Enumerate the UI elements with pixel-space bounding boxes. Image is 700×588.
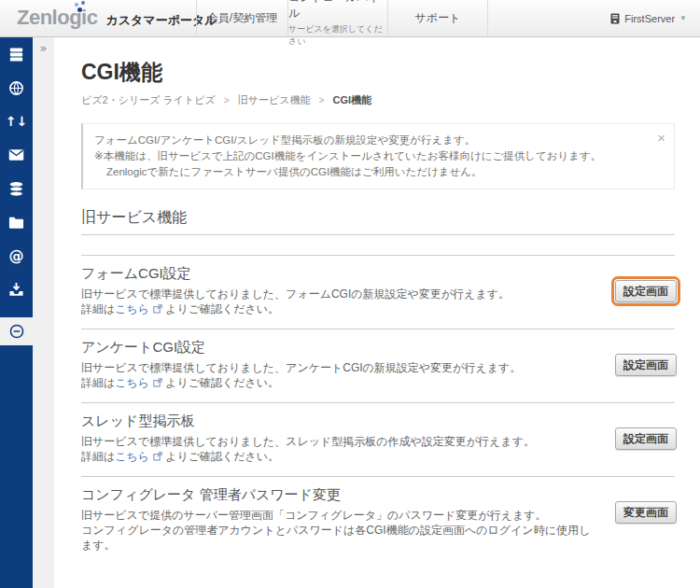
page-title: CGI機能 bbox=[81, 59, 675, 85]
feature-detail-line: 詳細はこちら よりご確認ください。 bbox=[81, 375, 600, 390]
detail-suffix: よりご確認ください。 bbox=[165, 376, 279, 389]
brand-text: Zenlogic bbox=[17, 7, 97, 29]
mail-icon bbox=[8, 148, 24, 161]
breadcrumb-separator: > bbox=[224, 95, 230, 105]
feature-title: アンケートCGI設定 bbox=[81, 338, 600, 356]
detail-prefix: 詳細は bbox=[81, 376, 115, 389]
top-header: Zenlogic カスタマーポータル 会員/契約管理 コントロールパネル サービ… bbox=[0, 0, 700, 37]
breadcrumb-item-current: CGI機能 bbox=[332, 94, 371, 105]
database-icon bbox=[8, 181, 24, 197]
nav-tab-control-panel[interactable]: コントロールパネル サービスを選択してください bbox=[287, 0, 387, 36]
feature-description: 旧サービスで標準提供しておりました、スレッド型掲示板の作成や設定変更が行えます。 bbox=[81, 434, 600, 449]
globe-icon bbox=[8, 80, 24, 96]
sidebar-item[interactable] bbox=[0, 273, 33, 306]
feature-detail-line: 詳細はこちら よりご確認ください。 bbox=[81, 301, 600, 316]
feature-detail-line: 詳細はこちら よりご確認ください。 bbox=[81, 449, 600, 464]
close-icon[interactable]: × bbox=[657, 131, 665, 145]
detail-suffix: よりご確認ください。 bbox=[165, 450, 279, 463]
notice-line: Zenlogicで新たにファーストサーバ提供のCGI機能はご利用いただけません。 bbox=[94, 164, 646, 180]
minus-circle-icon bbox=[8, 323, 25, 340]
sidebar-item[interactable] bbox=[0, 71, 33, 105]
server-tower-icon bbox=[610, 13, 620, 24]
sidebar-item[interactable] bbox=[0, 138, 33, 172]
feature-description2: コンフィグレータの管理者アカウントとパスワードは各CGI機能の設定画面へのログイ… bbox=[81, 523, 600, 553]
nav-tab-member-management[interactable]: 会員/契約管理 bbox=[196, 0, 287, 36]
detail-link[interactable]: こちら bbox=[115, 376, 149, 389]
feature-title: フォームCGI設定 bbox=[81, 264, 600, 282]
section-divider bbox=[81, 234, 675, 235]
sidebar-item[interactable] bbox=[0, 205, 33, 239]
feature-row: アンケートCGI設定 旧サービスで標準提供しておりました、アンケートCGIの新規… bbox=[81, 329, 675, 402]
collapsed-menu-strip: » bbox=[33, 37, 54, 588]
sidebar-item[interactable] bbox=[0, 37, 33, 71]
feature-action-button[interactable]: 設定画面 bbox=[615, 280, 677, 302]
feature-description: 旧サービスで標準提供しておりました、フォームCGIの新規設定や変更が行えます。 bbox=[81, 287, 600, 301]
transfer-arrows-icon: ↑↓ bbox=[6, 113, 27, 130]
section-title: 旧サービス機能 bbox=[81, 208, 675, 227]
header-nav: 会員/契約管理 コントロールパネル サービスを選択してください サポート bbox=[196, 0, 488, 36]
notice-line: ※本機能は、旧サービスで上記のCGI機能をインストールされていたお客様向けにご提… bbox=[94, 148, 646, 164]
at-icon: @ bbox=[9, 247, 24, 265]
breadcrumb-item-service: ビズ2・シリーズ ライトビズ bbox=[81, 94, 216, 105]
external-link-icon bbox=[153, 452, 162, 461]
info-notice: フォームCGI/アンケートCGI/スレッド型掲示板の新規設定や変更が行えます。 … bbox=[81, 123, 675, 189]
sidebar-item[interactable]: @ bbox=[0, 239, 33, 273]
account-name: FirstServer bbox=[624, 13, 675, 24]
detail-link[interactable]: こちら bbox=[115, 450, 149, 463]
notice-line: フォームCGI/アンケートCGI/スレッド型掲示板の新規設定や変更が行えます。 bbox=[94, 133, 646, 148]
expand-sidebar-icon[interactable]: » bbox=[33, 41, 54, 55]
feature-title: コンフィグレータ 管理者パスワード変更 bbox=[81, 485, 600, 503]
feature-action-button[interactable]: 変更画面 bbox=[615, 501, 677, 524]
detail-suffix: よりご確認ください。 bbox=[165, 302, 279, 315]
feature-action-button[interactable]: 設定画面 bbox=[615, 354, 677, 376]
detail-prefix: 詳細は bbox=[81, 302, 115, 315]
install-icon bbox=[8, 282, 24, 298]
sidebar-item[interactable]: ↑↓ bbox=[0, 105, 33, 138]
detail-link[interactable]: こちら bbox=[115, 302, 149, 315]
icon-sidebar: ↑↓@ bbox=[0, 37, 33, 588]
feature-description: 旧サービスで標準提供しておりました、アンケートCGIの新規設定や変更が行えます。 bbox=[81, 360, 600, 375]
server-icon bbox=[8, 47, 24, 63]
feature-description: 旧サービスで提供のサーバー管理画面「コンフィグレータ」のパスワード変更が行えます… bbox=[81, 508, 600, 523]
detail-prefix: 詳細は bbox=[81, 450, 115, 463]
logo-dot-icon bbox=[81, 1, 85, 5]
feature-row: コンフィグレータ 管理者パスワード変更 旧サービスで提供のサーバー管理画面「コン… bbox=[81, 476, 675, 565]
zenlogic-logo[interactable]: Zenlogic カスタマーポータル bbox=[17, 7, 217, 29]
main-content: CGI機能 ビズ2・シリーズ ライトビズ > 旧サービス機能 > CGI機能 フ… bbox=[54, 37, 700, 588]
sidebar-item[interactable] bbox=[0, 172, 33, 205]
feature-row: フォームCGI設定 旧サービスで標準提供しておりました、フォームCGIの新規設定… bbox=[81, 255, 675, 329]
nav-tab-support[interactable]: サポート bbox=[387, 0, 488, 36]
breadcrumb: ビズ2・シリーズ ライトビズ > 旧サービス機能 > CGI機能 bbox=[81, 93, 675, 107]
sidebar-item[interactable] bbox=[0, 317, 33, 345]
external-link-icon bbox=[153, 378, 162, 387]
feature-row: スレッド型掲示板 旧サービスで標準提供しておりました、スレッド型掲示板の作成や設… bbox=[81, 402, 675, 476]
feature-title: スレッド型掲示板 bbox=[81, 412, 600, 429]
external-link-icon bbox=[153, 304, 162, 314]
account-menu[interactable]: FirstServer ▼ bbox=[610, 0, 687, 36]
folder-icon bbox=[8, 216, 24, 230]
feature-list: フォームCGI設定 旧サービスで標準提供しておりました、フォームCGIの新規設定… bbox=[81, 255, 675, 565]
breadcrumb-separator: > bbox=[319, 95, 325, 105]
feature-action-button[interactable]: 設定画面 bbox=[615, 427, 677, 450]
breadcrumb-item-legacy-features[interactable]: 旧サービス機能 bbox=[238, 94, 311, 105]
chevron-down-icon: ▼ bbox=[679, 14, 687, 22]
